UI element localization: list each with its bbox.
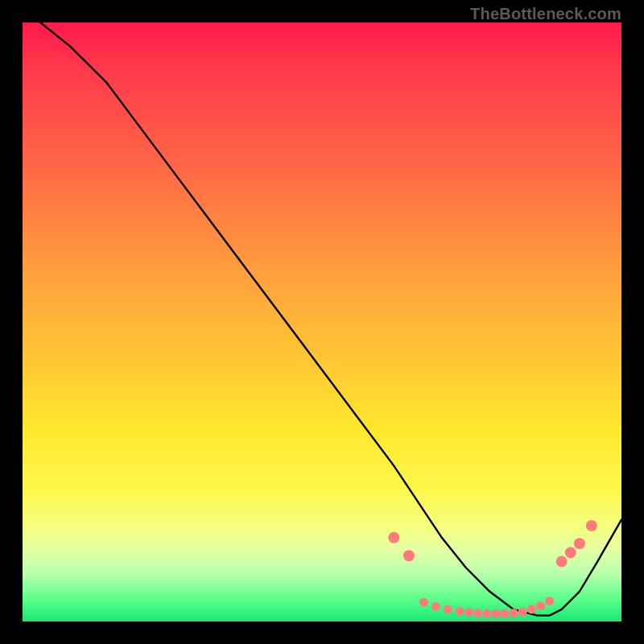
heat-gradient-background — [23, 23, 621, 621]
attribution-label: TheBottleneck.com — [470, 5, 621, 23]
chart-stage: TheBottleneck.com — [0, 0, 644, 644]
plot-area — [23, 23, 621, 621]
